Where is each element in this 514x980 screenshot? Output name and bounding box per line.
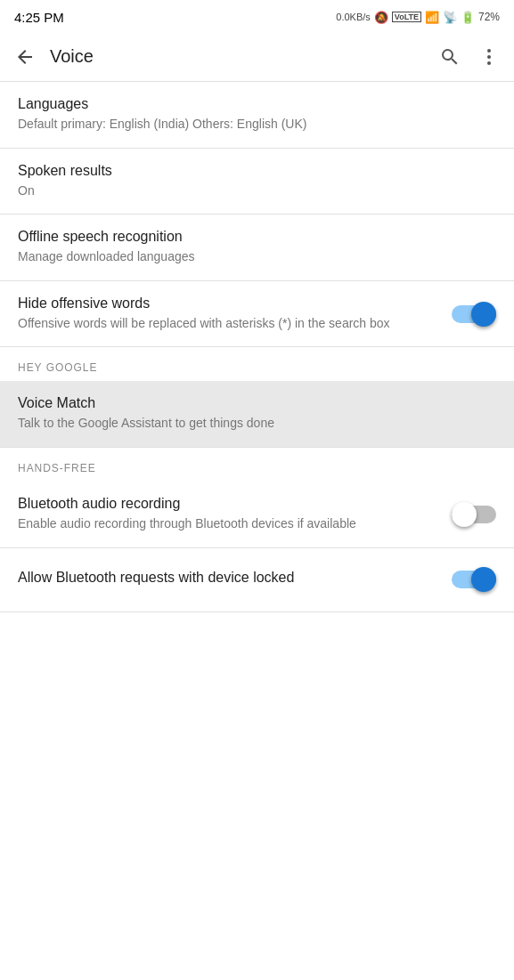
bluetooth-audio-item[interactable]: Bluetooth audio recording Enable audio r… [0, 482, 514, 548]
bluetooth-audio-toggle[interactable] [452, 502, 496, 527]
more-options-button[interactable] [471, 39, 507, 75]
voice-match-item[interactable]: Voice Match Talk to the Google Assistant… [0, 381, 514, 448]
search-button[interactable] [432, 39, 468, 75]
toolbar-actions [432, 39, 507, 75]
hide-offensive-content: Hide offensive words Offensive words wil… [18, 296, 452, 333]
offline-speech-item[interactable]: Offline speech recognition Manage downlo… [0, 215, 514, 281]
toolbar: Voice [0, 32, 514, 82]
voice-match-subtitle: Talk to the Google Assistant to get thin… [18, 415, 482, 433]
hide-offensive-toggle[interactable] [452, 302, 496, 327]
languages-item[interactable]: Languages Default primary: English (Indi… [0, 82, 514, 149]
status-time: 4:25 PM [14, 10, 64, 25]
bluetooth-locked-toggle[interactable] [452, 567, 496, 592]
languages-title: Languages [18, 96, 482, 112]
bluetooth-audio-title: Bluetooth audio recording [18, 496, 437, 512]
page-title: Voice [50, 46, 432, 67]
svg-point-1 [487, 55, 491, 59]
toggle-thumb [471, 302, 496, 327]
spoken-results-item[interactable]: Spoken results On [0, 149, 514, 215]
bluetooth-locked-content: Allow Bluetooth requests with device loc… [18, 570, 452, 589]
status-bar: 4:25 PM 0.0KB/s 🔕 VoLTE 📶 📡 🔋 72% [0, 0, 514, 32]
bluetooth-audio-subtitle: Enable audio recording through Bluetooth… [18, 515, 437, 533]
spoken-results-subtitle: On [18, 182, 482, 200]
svg-point-0 [487, 49, 491, 53]
settings-list: Languages Default primary: English (Indi… [0, 82, 514, 612]
hide-offensive-item[interactable]: Hide offensive words Offensive words wil… [0, 281, 514, 348]
status-icons: 0.0KB/s 🔕 VoLTE 📶 📡 🔋 72% [336, 11, 500, 24]
back-button[interactable] [7, 39, 43, 75]
voice-match-content: Voice Match Talk to the Google Assistant… [18, 395, 496, 433]
offline-speech-content: Offline speech recognition Manage downlo… [18, 229, 496, 266]
battery-icon: 🔋 [461, 11, 475, 24]
hands-free-section-header: HANDS-FREE [0, 448, 514, 482]
alarm-icon: 🔕 [374, 11, 388, 24]
spoken-results-title: Spoken results [18, 163, 482, 179]
svg-point-2 [487, 61, 491, 65]
hey-google-section-header: HEY GOOGLE [0, 347, 514, 381]
hide-offensive-title: Hide offensive words [18, 296, 437, 312]
toggle-thumb-off [452, 502, 477, 527]
offline-speech-subtitle: Manage downloaded languages [18, 248, 482, 266]
volte-icon: VoLTE [392, 12, 421, 22]
signal-icon: 📶 [425, 11, 439, 24]
network-speed: 0.0KB/s [336, 12, 371, 22]
offline-speech-title: Offline speech recognition [18, 229, 482, 245]
bluetooth-locked-item[interactable]: Allow Bluetooth requests with device loc… [0, 548, 514, 612]
battery-percent: 72% [478, 11, 500, 23]
languages-subtitle: Default primary: English (India) Others:… [18, 116, 482, 134]
wifi-icon: 📡 [443, 11, 457, 24]
bluetooth-audio-content: Bluetooth audio recording Enable audio r… [18, 496, 452, 533]
toggle-thumb-on2 [471, 567, 496, 592]
hide-offensive-subtitle: Offensive words will be replaced with as… [18, 315, 437, 333]
voice-match-title: Voice Match [18, 395, 482, 411]
languages-content: Languages Default primary: English (Indi… [18, 96, 496, 134]
bluetooth-locked-title: Allow Bluetooth requests with device loc… [18, 570, 437, 586]
spoken-results-content: Spoken results On [18, 163, 496, 200]
